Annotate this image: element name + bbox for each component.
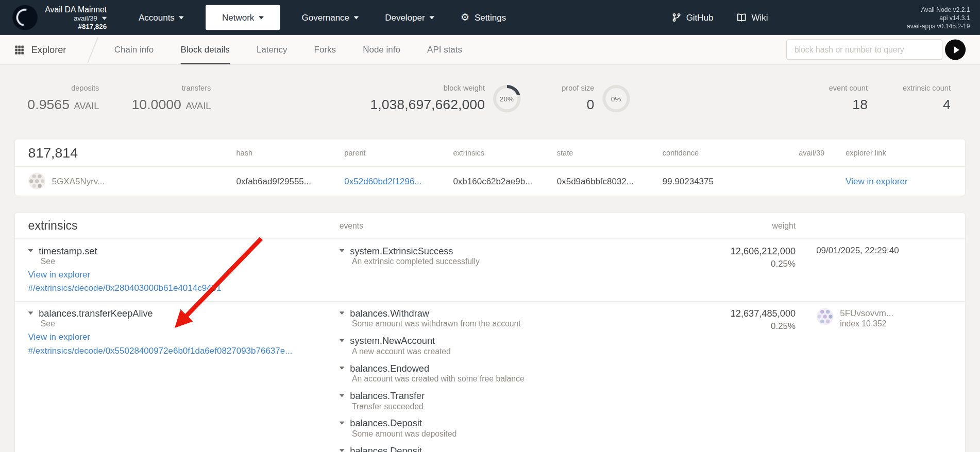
parent-hash-link[interactable]: 0x52d60bd2f1296... — [344, 176, 453, 186]
main-menu: Accounts Network Governance Developer ⚙ … — [126, 0, 519, 35]
signer-index: index 10,352 — [840, 319, 893, 328]
event-item: system.NewAccount A new account was crea… — [340, 335, 689, 356]
col-events: events — [340, 221, 689, 230]
menu-accounts[interactable]: Accounts — [126, 0, 197, 35]
signer-address[interactable]: 5FUvsovvm... — [840, 308, 893, 318]
extrinsic-expander[interactable]: balances.transferKeepAlive — [28, 308, 340, 319]
block-query — [786, 39, 966, 60]
github-label: GitHub — [686, 12, 714, 22]
col-confidence: confidence — [663, 148, 799, 157]
menu-network[interactable]: Network — [206, 5, 280, 30]
extrinsic-row: timestamp.set See View in explorer #/ext… — [15, 239, 965, 302]
view-in-explorer-link[interactable]: View in explorer — [846, 176, 952, 186]
col-state: state — [557, 148, 663, 157]
event-item: balances.Deposit Some amount was deposit… — [340, 445, 689, 452]
play-icon — [953, 46, 959, 54]
menu-label: Network — [222, 12, 254, 22]
event-name: balances.Deposit — [350, 418, 422, 428]
event-expander[interactable]: balances.Deposit — [340, 445, 689, 452]
extrinsic-row: balances.transferKeepAlive See View in e… — [15, 302, 965, 452]
extrinsics-title: extrinsics — [28, 219, 340, 233]
identicon — [816, 308, 834, 325]
view-in-explorer-link[interactable]: View in explorer — [28, 332, 340, 342]
tab-bar: Chain info Block details Latency Forks N… — [114, 35, 462, 64]
event-expander[interactable]: balances.Withdraw — [340, 308, 689, 319]
chevron-down-icon — [102, 17, 107, 20]
api-version: api v14.3.1 — [907, 13, 970, 22]
event-expander[interactable]: balances.Endowed — [340, 363, 689, 374]
runtime-version-selector[interactable]: avail/39 — [45, 14, 107, 22]
chevron-down-icon — [340, 367, 345, 370]
block-hash: 0xfab6ad9f29555... — [236, 176, 345, 186]
avail-logo-icon[interactable] — [12, 5, 38, 30]
confidence-value: 99.90234375 — [663, 176, 799, 186]
extrinsics-card: extrinsics events weight timestamp.set S… — [14, 212, 966, 452]
col-extrinsics: extrinsics — [453, 148, 556, 157]
event-description: An extrinsic completed successfully — [352, 257, 689, 266]
stat-value: 0.9565 — [27, 97, 70, 113]
github-link[interactable]: GitHub — [672, 12, 714, 22]
event-name: balances.Deposit — [350, 445, 422, 452]
chevron-down-icon — [179, 16, 184, 19]
tab-api-stats[interactable]: API stats — [427, 35, 462, 64]
stat-deposits: deposits 0.9565AVAIL — [27, 84, 99, 113]
menu-developer[interactable]: Developer — [372, 0, 448, 35]
event-expander[interactable]: balances.Deposit — [340, 418, 689, 428]
tab-chain-info[interactable]: Chain info — [114, 35, 154, 64]
block-summary: deposits 0.9565AVAIL transfers 10.0000AV… — [0, 65, 980, 138]
tab-latency[interactable]: Latency — [257, 35, 287, 64]
chevron-down-icon — [340, 422, 345, 425]
block-weight-gauge: 20% — [493, 84, 520, 112]
page: Avail DA Mainnet avail/39 #817,826 Accou… — [0, 0, 980, 452]
chevron-down-icon — [340, 339, 345, 342]
identicon — [28, 172, 46, 190]
event-item: balances.Transfer Transfer succeeded — [340, 390, 689, 411]
gauge-percent: 20% — [493, 84, 520, 112]
weight-value: 12,606,212,000 — [689, 246, 796, 256]
weight-percent: 0.25% — [689, 321, 796, 331]
block-query-input[interactable] — [786, 39, 942, 60]
stat-extrinsic-count: extrinsic count 4 — [903, 84, 951, 113]
chevron-down-icon — [28, 249, 33, 252]
events-cell: balances.Withdraw Some amount was withdr… — [340, 308, 689, 452]
tab-node-info[interactable]: Node info — [363, 35, 400, 64]
top-navbar: Avail DA Mainnet avail/39 #817,826 Accou… — [0, 0, 980, 35]
event-expander[interactable]: system.NewAccount — [340, 335, 689, 346]
event-expander[interactable]: system.ExtrinsicSuccess — [340, 246, 689, 256]
chain-selector[interactable]: Avail DA Mainnet avail/39 #817,826 — [45, 5, 107, 30]
extrinsic-see: See — [41, 319, 340, 328]
stat-transfers: transfers 10.0000AVAIL — [131, 84, 211, 113]
tab-block-details[interactable]: Block details — [180, 35, 229, 64]
view-in-explorer-link[interactable]: View in explorer — [28, 269, 340, 280]
extrinsics-table-header: extrinsics events weight — [15, 213, 965, 239]
block-details-card: 817,814 hash parent extrinsics state con… — [14, 138, 966, 196]
stat-label: event count — [829, 84, 868, 93]
chevron-down-icon — [429, 16, 434, 19]
event-description: A new account was created — [352, 346, 689, 356]
extrinsic-decode-link[interactable]: #/extrinsics/decode/0x280403000b61e4014c… — [28, 283, 340, 293]
block-number: 817,814 — [28, 145, 236, 161]
external-links: GitHub Wiki — [672, 12, 768, 22]
menu-governance[interactable]: Governance — [289, 0, 372, 35]
tab-forks[interactable]: Forks — [314, 35, 336, 64]
weight-cell: 12,637,485,000 0.25% — [689, 308, 796, 452]
query-submit-button[interactable] — [945, 39, 966, 60]
explorer-subnav: Explorer Chain info Block details Latenc… — [0, 35, 980, 65]
stat-label: transfers — [182, 84, 211, 93]
wiki-link[interactable]: Wiki — [737, 12, 768, 22]
author-address[interactable]: 5GXA5Nyrv... — [52, 176, 105, 186]
extrinsic-see: See — [41, 257, 340, 266]
menu-settings[interactable]: ⚙ Settings — [447, 0, 519, 35]
col-parent: parent — [344, 148, 453, 157]
chain-name: Avail DA Mainnet — [45, 5, 107, 14]
extrinsic-expander[interactable]: timestamp.set — [28, 246, 340, 256]
event-name: system.NewAccount — [350, 335, 435, 346]
event-item: system.ExtrinsicSuccess An extrinsic com… — [340, 246, 689, 266]
gear-icon: ⚙ — [461, 12, 469, 22]
event-name: balances.Endowed — [350, 363, 429, 374]
event-expander[interactable]: balances.Transfer — [340, 390, 689, 401]
git-branch-icon — [672, 12, 681, 22]
weight-value: 12,637,485,000 — [689, 308, 796, 319]
extrinsic-decode-link[interactable]: #/extrinsics/decode/0x55028400972e6b0f1d… — [28, 345, 340, 356]
grid-icon — [14, 45, 24, 55]
